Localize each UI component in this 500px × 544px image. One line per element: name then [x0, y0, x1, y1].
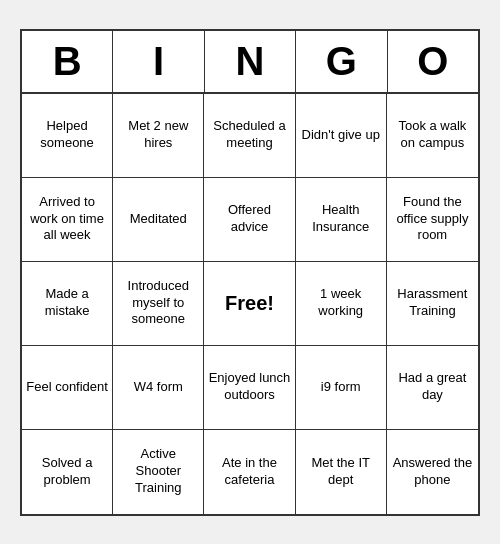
bingo-cell-24[interactable]: Answered the phone: [387, 430, 478, 514]
bingo-cell-3[interactable]: Didn't give up: [296, 94, 387, 178]
bingo-cell-20[interactable]: Solved a problem: [22, 430, 113, 514]
header-letter-o: O: [388, 31, 478, 94]
bingo-cell-17[interactable]: Enjoyed lunch outdoors: [204, 346, 295, 430]
bingo-cell-22[interactable]: Ate in the cafeteria: [204, 430, 295, 514]
header-letter-i: I: [113, 31, 204, 94]
bingo-cell-12[interactable]: Free!: [204, 262, 295, 346]
bingo-cell-23[interactable]: Met the IT dept: [296, 430, 387, 514]
bingo-cell-7[interactable]: Offered advice: [204, 178, 295, 262]
bingo-cell-15[interactable]: Feel confident: [22, 346, 113, 430]
bingo-cell-0[interactable]: Helped someone: [22, 94, 113, 178]
bingo-cell-14[interactable]: Harassment Training: [387, 262, 478, 346]
bingo-cell-1[interactable]: Met 2 new hires: [113, 94, 204, 178]
bingo-cell-21[interactable]: Active Shooter Training: [113, 430, 204, 514]
bingo-cell-11[interactable]: Introduced myself to someone: [113, 262, 204, 346]
header-letter-n: N: [205, 31, 296, 94]
bingo-cell-2[interactable]: Scheduled a meeting: [204, 94, 295, 178]
bingo-cell-4[interactable]: Took a walk on campus: [387, 94, 478, 178]
bingo-grid: Helped someoneMet 2 new hiresScheduled a…: [22, 94, 478, 514]
bingo-header: BINGO: [22, 31, 478, 94]
header-letter-b: B: [22, 31, 113, 94]
bingo-cell-5[interactable]: Arrived to work on time all week: [22, 178, 113, 262]
bingo-cell-16[interactable]: W4 form: [113, 346, 204, 430]
bingo-cell-6[interactable]: Meditated: [113, 178, 204, 262]
bingo-card: BINGO Helped someoneMet 2 new hiresSched…: [20, 29, 480, 516]
bingo-cell-19[interactable]: Had a great day: [387, 346, 478, 430]
bingo-cell-8[interactable]: Health Insurance: [296, 178, 387, 262]
header-letter-g: G: [296, 31, 387, 94]
bingo-cell-18[interactable]: i9 form: [296, 346, 387, 430]
bingo-cell-9[interactable]: Found the office supply room: [387, 178, 478, 262]
bingo-cell-13[interactable]: 1 week working: [296, 262, 387, 346]
bingo-cell-10[interactable]: Made a mistake: [22, 262, 113, 346]
